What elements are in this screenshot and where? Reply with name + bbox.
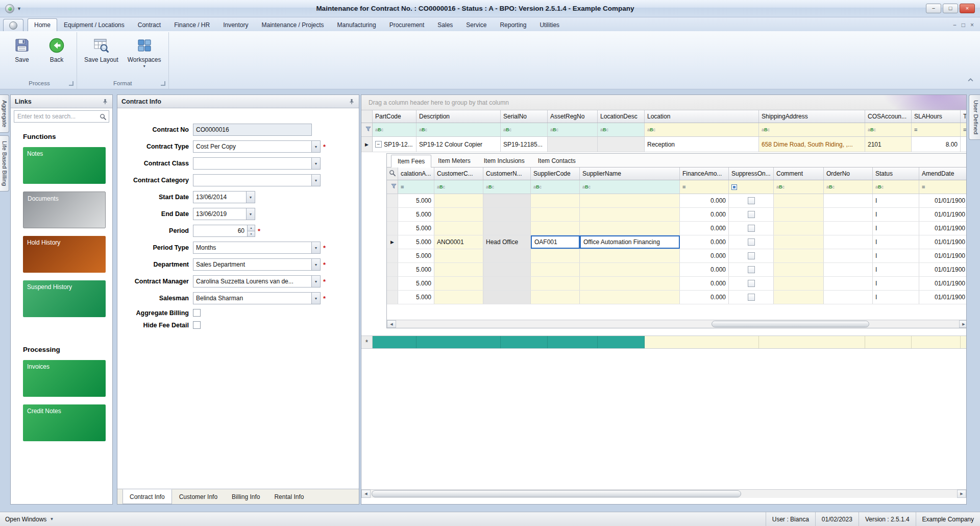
fee-cell-customer_code[interactable] xyxy=(434,249,483,262)
dialog-launcher-icon[interactable] xyxy=(161,81,165,86)
ribbon-tab-maintenance-projects[interactable]: Maintenance / Projects xyxy=(255,18,331,31)
fee-cell-orderno[interactable] xyxy=(824,277,873,290)
ribbon-tab-sales[interactable]: Sales xyxy=(431,18,459,31)
eq-cell-locationdesc[interactable] xyxy=(598,137,645,152)
fee-cell-supplier_code[interactable] xyxy=(531,194,580,207)
fee-cell-amenddate[interactable]: 01/01/1900 xyxy=(919,208,967,221)
fees-filter-finance_amount[interactable]: = xyxy=(680,180,729,194)
fee-cell-supplier_name[interactable] xyxy=(580,277,680,290)
fee-cell-comment[interactable] xyxy=(774,249,824,262)
eq-filter-locationdesc[interactable]: aBc xyxy=(598,123,645,136)
fee-cell-comment[interactable] xyxy=(774,235,824,249)
fees-column-comment[interactable]: Comment xyxy=(774,168,824,180)
search-icon[interactable] xyxy=(100,113,106,120)
chevron-down-icon[interactable]: ▼ xyxy=(311,293,320,304)
new-row-cell-assetregno[interactable] xyxy=(548,336,598,348)
workspaces-button[interactable]: Workspaces▼ xyxy=(124,35,165,69)
mdi-restore-button[interactable]: □ xyxy=(962,21,965,29)
suppress-checkbox[interactable] xyxy=(748,280,755,287)
fee-cell-supplier_code[interactable] xyxy=(531,277,580,290)
new-row-cell-cosaccount[interactable] xyxy=(865,336,912,348)
fee-row[interactable]: 5.0000.000I01/01/1900 xyxy=(387,222,967,235)
contract-tab-customer-info[interactable]: Customer Info xyxy=(172,489,225,504)
fee-cell-status[interactable]: I xyxy=(873,235,919,249)
field-end-date[interactable]: 13/06/2019▼ xyxy=(193,208,255,220)
ribbon-tab-finance-hr[interactable]: Finance / HR xyxy=(167,18,216,31)
detail-tab-item-fees[interactable]: Item Fees xyxy=(391,155,431,168)
fee-cell-finance_amount[interactable]: 0.000 xyxy=(680,291,729,304)
fee-cell-finance_amount[interactable]: 0.000 xyxy=(680,277,729,290)
eq-filter-cosaccount[interactable]: aBc xyxy=(865,123,912,136)
fees-column-orderno[interactable]: OrderNo xyxy=(824,168,873,180)
fees-column-amenddate[interactable]: AmendDate xyxy=(919,168,967,180)
fee-cell-finance_amount[interactable]: 0.000 xyxy=(680,263,729,276)
fee-cell-customer_name[interactable] xyxy=(483,249,531,262)
fee-cell-status[interactable]: I xyxy=(873,291,919,304)
fee-cell-comment[interactable] xyxy=(774,208,824,221)
dialog-launcher-icon[interactable] xyxy=(69,81,74,86)
eq-column-description[interactable]: Description xyxy=(416,110,501,123)
eq-filter-description[interactable]: aBc xyxy=(416,123,501,136)
fee-cell-status[interactable]: I xyxy=(873,222,919,235)
eq-filter-location[interactable]: aBc xyxy=(645,123,759,136)
fee-cell-supplier_name[interactable] xyxy=(580,263,680,276)
eq-filter-shipping[interactable]: aBc xyxy=(759,123,865,136)
fee-cell-amenddate[interactable]: 01/01/1900 xyxy=(919,222,967,235)
fee-cell-suppress[interactable] xyxy=(729,208,774,221)
new-row-cell-description[interactable] xyxy=(416,336,501,348)
checkbox-hide-fee-detail[interactable] xyxy=(193,321,201,329)
spin-up-icon[interactable]: ▲ xyxy=(248,225,255,231)
field-contract-category[interactable]: ▼ xyxy=(193,174,321,186)
fee-cell-customer_name[interactable] xyxy=(483,208,531,221)
link-button-documents[interactable]: Documents xyxy=(23,192,106,228)
detail-tab-item-inclusions[interactable]: Item Inclusions xyxy=(477,154,531,167)
ribbon-tab-equipment-locations[interactable]: Equipment / Locations xyxy=(57,18,131,31)
fees-filter-escalation[interactable]: = xyxy=(398,180,434,194)
dock-tab-life-based-billing[interactable]: Life Based Billing xyxy=(0,135,9,192)
suppress-checkbox[interactable] xyxy=(748,294,755,301)
fees-column-supplier_code[interactable]: SupplierCode xyxy=(531,168,580,180)
eq-cell-tra[interactable] xyxy=(961,137,967,152)
eq-filter-tra[interactable]: = xyxy=(961,123,967,136)
eq-cell-description[interactable]: SP19-12 Colour Copier xyxy=(416,137,501,152)
back-button[interactable]: Back xyxy=(40,35,73,64)
eq-filter-partcode[interactable]: aBc xyxy=(373,123,416,136)
fee-cell-supplier_code[interactable] xyxy=(531,208,580,221)
new-row-cell-slahours[interactable] xyxy=(912,336,961,348)
fees-column-finance_amount[interactable]: FinanceAmo... xyxy=(680,168,729,180)
fee-cell-escalation[interactable]: 5.000 xyxy=(398,194,434,207)
fee-cell-orderno[interactable] xyxy=(824,194,873,207)
scroll-right-icon[interactable]: ▶ xyxy=(957,490,966,498)
field-department[interactable]: Sales Department▼ xyxy=(193,258,321,271)
fee-cell-suppress[interactable] xyxy=(729,222,774,235)
fee-cell-supplier_name[interactable] xyxy=(580,194,680,207)
contract-tab-contract-info[interactable]: Contract Info xyxy=(122,489,172,504)
fee-cell-status[interactable]: I xyxy=(873,263,919,276)
search-icon[interactable] xyxy=(389,170,396,178)
fee-cell-customer_name[interactable] xyxy=(483,222,531,235)
fee-cell-supplier_code[interactable] xyxy=(531,222,580,235)
new-item-row[interactable]: * xyxy=(361,336,966,349)
fee-cell-customer_name[interactable] xyxy=(483,263,531,276)
fees-column-escalation[interactable]: calationA... xyxy=(398,168,434,180)
fees-hscrollbar[interactable]: ◀ ▶ xyxy=(387,320,967,328)
fee-cell-supplier_name[interactable] xyxy=(580,208,680,221)
fees-filter-customer_code[interactable]: aBc xyxy=(434,180,483,194)
fee-row[interactable]: 5.0000.000I01/01/1900 xyxy=(387,208,967,222)
fee-cell-orderno[interactable] xyxy=(824,235,873,249)
fee-cell-orderno[interactable] xyxy=(824,291,873,304)
contract-tab-rental-info[interactable]: Rental Info xyxy=(267,489,311,504)
suppress-checkbox[interactable] xyxy=(748,252,755,259)
eq-column-assetregno[interactable]: AssetRegNo xyxy=(548,110,598,123)
fee-cell-escalation[interactable]: 5.000 xyxy=(398,235,434,249)
suppress-checkbox[interactable] xyxy=(748,211,755,218)
fee-cell-status[interactable]: I xyxy=(873,249,919,262)
suppress-checkbox[interactable] xyxy=(748,225,755,232)
fees-column-supplier_name[interactable]: SupplierName xyxy=(580,168,680,180)
fees-filter-amenddate[interactable]: = xyxy=(919,180,967,194)
mdi-minimize-button[interactable]: − xyxy=(953,21,957,29)
link-button-suspend-history[interactable]: Suspend History xyxy=(23,280,106,317)
new-row-cell-tra[interactable] xyxy=(961,336,967,348)
ribbon-tab-inventory[interactable]: Inventory xyxy=(216,18,255,31)
new-row-cell-location[interactable] xyxy=(645,336,759,348)
